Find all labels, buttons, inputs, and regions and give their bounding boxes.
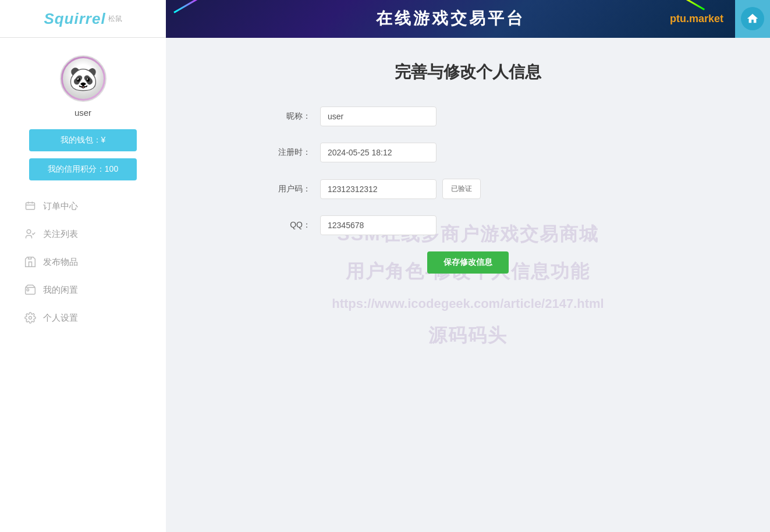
idle-icon — [23, 283, 37, 297]
avatar: 🐼 — [60, 55, 107, 102]
sidebar-menu: 订单中心 关注列表 — [0, 192, 166, 332]
user-code-label: 用户码： — [264, 184, 311, 194]
wallet-button[interactable]: 我的钱包：¥ — [29, 129, 137, 151]
qq-input[interactable] — [320, 215, 437, 235]
credit-button[interactable]: 我的信用积分：100 — [29, 158, 137, 180]
save-button[interactable]: 保存修改信息 — [427, 251, 509, 274]
sidebar-item-follows[interactable]: 关注列表 — [17, 220, 148, 248]
home-button[interactable] — [735, 0, 770, 38]
sidebar-username: user — [74, 108, 91, 118]
logo-area: Squirrel 松鼠 — [0, 0, 166, 37]
form-actions: 保存修改信息 — [264, 251, 672, 274]
nickname-input[interactable] — [320, 107, 437, 126]
sidebar-item-publish-label: 发布物品 — [43, 257, 78, 268]
sidebar-item-idle-label: 我的闲置 — [43, 285, 78, 296]
sidebar-item-publish[interactable]: 发布物品 — [17, 248, 148, 276]
qq-row: QQ： — [264, 215, 672, 235]
user-code-row: 用户码： 已验证 — [264, 179, 672, 199]
banner-title: 在线游戏交易平台 — [376, 8, 525, 30]
page-title: 完善与修改个人信息 — [264, 61, 672, 83]
orders-icon — [23, 199, 37, 213]
banner-brand: ptu.market — [670, 13, 723, 25]
register-time-input[interactable] — [320, 143, 437, 162]
qq-label: QQ： — [264, 220, 311, 230]
logo-text: Squirrel — [44, 10, 105, 28]
user-code-input[interactable] — [320, 179, 437, 199]
sidebar-item-orders[interactable]: 订单中心 — [17, 192, 148, 220]
svg-point-1 — [27, 230, 31, 234]
sidebar-item-follows-label: 关注列表 — [43, 229, 78, 240]
top-header: Squirrel 松鼠 在线游戏交易平台 ptu.market — [0, 0, 770, 38]
register-time-label: 注册时： — [264, 147, 311, 158]
sidebar: 🐼 user 我的钱包：¥ 我的信用积分：100 订单中心 — [0, 38, 166, 532]
form-container: 完善与修改个人信息 昵称： 注册时： 用户码： 已验证 QQ： — [264, 61, 672, 274]
content-area: SSM在线多商户游戏交易商城 用户角色-修改个人信息功能 https://www… — [166, 38, 770, 532]
nickname-row: 昵称： — [264, 107, 672, 126]
avatar-area: 🐼 user — [60, 55, 107, 118]
follows-icon — [23, 227, 37, 241]
home-icon — [741, 7, 764, 30]
logo-sub: 松鼠 — [108, 14, 122, 24]
sidebar-item-settings[interactable]: 个人设置 — [17, 304, 148, 332]
svg-rect-3 — [27, 289, 29, 290]
svg-point-4 — [29, 317, 32, 320]
banner-area: 在线游戏交易平台 ptu.market — [166, 0, 735, 38]
sidebar-item-orders-label: 订单中心 — [43, 201, 78, 212]
svg-rect-0 — [26, 203, 35, 210]
avatar-panda-icon: 🐼 — [63, 58, 104, 99]
settings-icon — [23, 311, 37, 325]
main-layout: 🐼 user 我的钱包：¥ 我的信用积分：100 订单中心 — [0, 38, 770, 532]
nickname-label: 昵称： — [264, 111, 311, 122]
watermark-4: 源码码头 — [428, 323, 508, 349]
watermark-3: https://www.icodegeek.com/article/2147.h… — [332, 296, 604, 311]
publish-icon — [23, 255, 37, 269]
sidebar-item-settings-label: 个人设置 — [43, 313, 78, 324]
verify-button[interactable]: 已验证 — [442, 179, 481, 199]
sidebar-item-idle[interactable]: 我的闲置 — [17, 276, 148, 304]
register-time-row: 注册时： — [264, 143, 672, 162]
